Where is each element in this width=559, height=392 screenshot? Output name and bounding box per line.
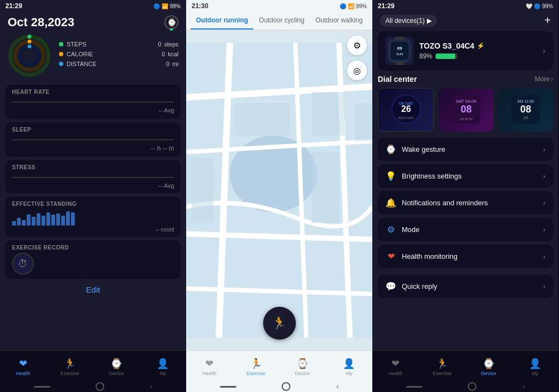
map-location-button[interactable]: ◎	[347, 61, 367, 80]
nav-device-icon-2: ⌚	[296, 358, 308, 370]
standing-bar-10	[56, 213, 60, 225]
brightness-label: Brightness settings	[402, 172, 538, 180]
gesture-pill-3	[406, 386, 423, 388]
bluetooth-2: 🔵	[340, 3, 346, 9]
nav-health-icon-2: ❤	[205, 358, 213, 370]
stress-display: -- Avg	[12, 182, 174, 189]
device-card[interactable]: 09 SUN TOZO S3_04C4 ⚡ 89% ›	[378, 31, 553, 70]
exercise-record-title: EXERCISE RECORD	[12, 245, 174, 251]
calorie-dot	[59, 52, 63, 56]
sleep-display: -- h -- m	[12, 145, 174, 152]
nav-health-label-3: Health	[389, 371, 403, 376]
nav-health-3[interactable]: ❤ Health	[372, 358, 419, 376]
quick-reply-icon: 💬	[385, 281, 396, 292]
standing-card[interactable]: EFFECTIVE STANDING -- count	[5, 197, 181, 237]
hr-display: -- Avg	[12, 107, 174, 114]
device-name: TOZO S3_04C4 ⚡	[419, 41, 537, 50]
tab-outdoor-walking[interactable]: Outdoor walking	[310, 12, 368, 29]
standing-bar-7	[41, 216, 45, 225]
steps-label: STEPS	[67, 41, 86, 47]
run-start-button[interactable]: 🏃	[263, 307, 296, 340]
heart-rate-title: HEART RATE	[12, 89, 174, 95]
nav-device-3[interactable]: ⌚ Device	[466, 358, 512, 376]
dial-preview-1[interactable]: 08 SAT 26 8000 STEPS	[378, 88, 434, 132]
stress-line	[12, 177, 174, 178]
dial-preview-2[interactable]: SAT 04-06 08 102 ❤ 234	[438, 88, 493, 132]
nav-my-icon-2: 👤	[343, 358, 355, 370]
nav-exercise-2[interactable]: 🏃 Exercise	[233, 358, 279, 376]
svg-text:SUN: SUN	[396, 52, 403, 56]
menu-notifications[interactable]: 🔔 Notifications and reminders ›	[378, 191, 553, 215]
exercise-record-card[interactable]: EXERCISE RECORD ⏱	[5, 240, 181, 279]
quick-reply-chevron: ›	[543, 283, 545, 290]
gesture-chevron-2: ‹	[336, 383, 338, 390]
sleep-card[interactable]: SLEEP -- h -- m	[5, 122, 181, 157]
sleep-line	[12, 139, 174, 140]
location-icon: ◎	[353, 66, 361, 76]
nav-my-1[interactable]: 👤 My	[140, 358, 186, 376]
device-watch-image: 09 SUN	[385, 37, 414, 65]
nav-exercise-1[interactable]: 🏃 Exercise	[46, 358, 93, 376]
gesture-bar-3: ‹	[372, 381, 558, 392]
menu-health-monitoring[interactable]: ❤ Health monitoring ›	[378, 245, 553, 268]
heart-rate-card[interactable]: HEART RATE -- Avg	[5, 85, 181, 119]
nav-exercise-3[interactable]: 🏃 Exercise	[419, 358, 465, 376]
exercise-panel: 21:30 🔵 📶 99% Outdoor running Outdoor cy…	[186, 0, 372, 392]
distance-value: 0 mi	[166, 61, 179, 67]
metrics-list: STEPS 0 steps CALORIE 0 kcal	[59, 41, 179, 70]
nav-my-label-3: My	[532, 371, 538, 376]
nav-device-icon-1: ⌚	[110, 358, 122, 370]
calorie-label: CALORIE	[67, 51, 93, 57]
nav-device-label-1: Device	[109, 371, 124, 376]
svg-text:SAT 04-06: SAT 04-06	[456, 99, 477, 104]
dial-more-button[interactable]: More ›	[535, 75, 553, 83]
svg-rect-23	[391, 42, 408, 60]
battery-2: 99%	[356, 3, 367, 9]
edit-button[interactable]: Edit	[86, 285, 100, 294]
steps-value: 0 steps	[158, 41, 179, 47]
stress-card[interactable]: STRESS -- Avg	[5, 160, 181, 193]
tab-outdoor-running[interactable]: Outdoor running	[191, 12, 253, 29]
menu-quick-reply[interactable]: 💬 Quick reply ›	[378, 275, 553, 298]
all-devices-button[interactable]: All devices(1) ▶	[380, 15, 437, 27]
svg-rect-18	[312, 152, 339, 223]
run-icon: 🏃	[272, 316, 287, 330]
nav-health-2[interactable]: ❤ Health	[186, 358, 233, 376]
sleep-title: SLEEP	[12, 127, 174, 133]
distance-dot	[59, 62, 63, 66]
tab-outdoor-cycling[interactable]: Outdoor cycling	[253, 12, 310, 29]
svg-rect-26	[395, 62, 404, 65]
standing-bar-5	[32, 217, 35, 225]
gesture-pill-2	[220, 386, 236, 388]
bottom-nav-2: ❤ Health 🏃 Exercise ⌚ Device 👤 My	[186, 351, 372, 381]
activity-rings	[8, 34, 51, 78]
mode-label: Mode	[402, 225, 538, 234]
nav-device-1[interactable]: ⌚ Device	[93, 358, 140, 376]
nav-device-2[interactable]: ⌚ Device	[280, 358, 326, 376]
mode-icon: ⚙	[385, 224, 396, 235]
menu-divider	[372, 270, 558, 273]
gesture-chevron-3: ‹	[522, 383, 525, 390]
nav-my-3[interactable]: 👤 My	[512, 358, 558, 376]
nav-health-1[interactable]: ❤ Health	[0, 358, 46, 376]
nav-health-icon-3: ❤	[391, 358, 400, 370]
nav-my-label-1: My	[159, 371, 166, 376]
menu-wake-gesture[interactable]: ⌚ Wake gesture ›	[378, 138, 553, 161]
add-device-button[interactable]: +	[544, 14, 551, 27]
standing-bar-11	[61, 216, 65, 225]
gesture-circle-2	[282, 382, 290, 391]
menu-mode[interactable]: ⚙ Mode ›	[378, 218, 553, 241]
notifications-icon: 🔔	[385, 198, 396, 208]
bluetooth-3: 🔵	[534, 3, 540, 9]
exercise-icons: ⏱	[12, 253, 174, 275]
nav-my-2[interactable]: 👤 My	[326, 358, 372, 376]
dial-preview-3[interactable]: AM 11:00 08 26	[498, 88, 553, 132]
map-settings-button[interactable]: ⚙	[347, 35, 367, 55]
nav-health-label-2: Health	[203, 371, 217, 376]
nav-exercise-label-3: Exercise	[433, 371, 452, 376]
health-monitoring-label: Health monitoring	[402, 252, 538, 260]
menu-brightness[interactable]: 💡 Brightness settings ›	[378, 164, 553, 188]
watch-battery-icon: ⌚	[164, 15, 179, 29]
standing-bar-2	[17, 218, 21, 225]
mode-chevron: ›	[543, 226, 545, 234]
